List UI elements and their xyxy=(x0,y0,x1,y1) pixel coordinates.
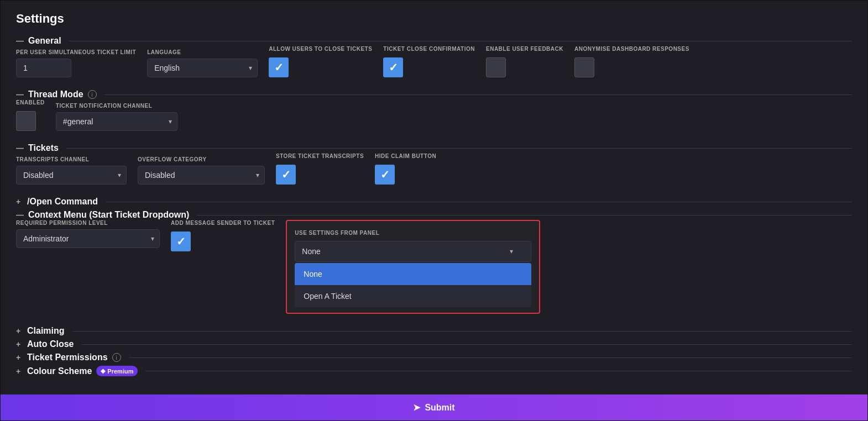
auto-close-section-header[interactable]: + Auto Close xyxy=(16,339,852,349)
colour-scheme-divider xyxy=(145,371,852,371)
ticket-close-confirmation-group: TICKET CLOSE CONFIRMATION ✓ xyxy=(383,46,475,77)
thread-mode-enabled-checkbox-container xyxy=(16,109,45,131)
allow-close-checkmark: ✓ xyxy=(274,62,284,73)
ticket-close-confirmation-label: TICKET CLOSE CONFIRMATION xyxy=(383,46,475,52)
hide-claim-button-checkmark: ✓ xyxy=(380,169,390,180)
premium-badge-text: Premium xyxy=(107,368,133,375)
ticket-permissions-expand-icon[interactable]: + xyxy=(16,353,23,362)
open-command-section: + /Open Command xyxy=(16,197,852,207)
claiming-expand-icon[interactable]: + xyxy=(16,327,23,335)
thread-mode-enabled-label: ENABLED xyxy=(16,99,45,106)
allow-close-tickets-checkbox[interactable]: ✓ xyxy=(269,57,289,77)
thread-mode-collapse-icon[interactable]: — xyxy=(16,90,24,99)
ticket-notification-channel-label: TICKET NOTIFICATION CHANNEL xyxy=(56,103,177,109)
open-command-expand-icon[interactable]: + xyxy=(16,197,23,206)
required-permission-level-select[interactable]: Administrator Moderator Everyone xyxy=(16,229,160,248)
colour-scheme-section-title: Colour Scheme xyxy=(27,366,92,376)
overflow-category-select[interactable]: Disabled xyxy=(138,166,265,185)
settings-page: Settings — General PER USER SIMULTANEOUS… xyxy=(0,0,868,421)
per-user-ticket-limit-label: PER USER SIMULTANEOUS TICKET LIMIT xyxy=(16,49,136,55)
use-settings-from-panel-container: USE SETTINGS FROM PANEL None ▾ None Open… xyxy=(286,220,540,314)
auto-close-section: + Auto Close xyxy=(16,339,852,349)
tickets-section-body: TRANSCRIPTS CHANNEL Disabled OVERFLOW CA… xyxy=(16,153,852,193)
required-permission-level-group: REQUIRED PERMISSION LEVEL Administrator … xyxy=(16,220,160,248)
ticket-close-confirmation-checkbox[interactable]: ✓ xyxy=(383,57,403,77)
context-menu-section: — Context Menu (Start Ticket Dropdown) R… xyxy=(16,210,852,323)
tickets-section-header[interactable]: — Tickets xyxy=(16,143,852,153)
use-settings-from-panel-dropdown-menu: None Open A Ticket xyxy=(295,263,531,307)
add-message-sender-checkbox-container: ✓ xyxy=(171,229,275,251)
submit-bar-content: ➤ Submit xyxy=(413,402,454,413)
use-settings-from-panel-dropdown-trigger[interactable]: None ▾ xyxy=(295,241,531,262)
language-group: LANGUAGE English French German Spanish xyxy=(147,49,258,77)
use-settings-from-panel-arrow: ▾ xyxy=(510,248,513,255)
hide-claim-button-label: HIDE CLAIM BUTTON xyxy=(375,153,436,159)
dropdown-option-none[interactable]: None xyxy=(295,263,531,285)
store-ticket-transcripts-label: STORE TICKET TRANSCRIPTS xyxy=(276,153,364,159)
general-collapse-icon[interactable]: — xyxy=(16,36,24,45)
context-menu-section-body: REQUIRED PERMISSION LEVEL Administrator … xyxy=(16,220,852,323)
claiming-section-title: Claiming xyxy=(27,326,65,336)
allow-close-tickets-checkbox-container: ✓ xyxy=(269,55,372,77)
submit-bar[interactable]: ➤ Submit xyxy=(1,394,867,420)
dropdown-option-open-a-ticket[interactable]: Open A Ticket xyxy=(295,285,531,307)
general-fields-row: PER USER SIMULTANEOUS TICKET LIMIT LANGU… xyxy=(16,46,852,77)
thread-mode-enabled-checkbox[interactable] xyxy=(16,111,36,131)
open-command-section-header[interactable]: + /Open Command xyxy=(16,197,852,207)
per-user-ticket-limit-group: PER USER SIMULTANEOUS TICKET LIMIT xyxy=(16,49,136,77)
enable-user-feedback-group: ENABLE USER FEEDBACK xyxy=(486,46,563,77)
ticket-permissions-section-header[interactable]: + Ticket Permissions i xyxy=(16,352,852,362)
ticket-close-confirmation-checkbox-container: ✓ xyxy=(383,55,475,77)
hide-claim-button-checkbox[interactable]: ✓ xyxy=(375,165,395,185)
context-menu-section-header[interactable]: — Context Menu (Start Ticket Dropdown) xyxy=(16,210,852,220)
ticket-close-checkmark: ✓ xyxy=(389,62,398,73)
thread-mode-section-header[interactable]: — Thread Mode i xyxy=(16,90,852,99)
hide-claim-button-group: HIDE CLAIM BUTTON ✓ xyxy=(375,153,436,185)
submit-icon: ➤ xyxy=(413,402,420,413)
add-message-sender-group: ADD MESSAGE SENDER TO TICKET ✓ xyxy=(171,220,275,251)
transcripts-channel-select-wrapper: Disabled xyxy=(16,166,127,185)
ticket-notification-channel-select[interactable]: #general #tickets #support xyxy=(56,112,177,131)
enable-user-feedback-checkbox[interactable] xyxy=(486,57,506,77)
enable-user-feedback-checkbox-container xyxy=(486,55,563,77)
use-settings-from-panel-label: USE SETTINGS FROM PANEL xyxy=(295,230,379,236)
colour-scheme-expand-icon[interactable]: + xyxy=(16,367,23,376)
thread-mode-info-icon[interactable]: i xyxy=(88,90,97,99)
language-select[interactable]: English French German Spanish xyxy=(147,59,258,77)
auto-close-section-title: Auto Close xyxy=(27,339,74,349)
context-menu-collapse-icon[interactable]: — xyxy=(16,211,24,219)
claiming-section: + Claiming xyxy=(16,326,852,336)
tickets-section: — Tickets TRANSCRIPTS CHANNEL Disabled xyxy=(16,143,852,193)
auto-close-divider xyxy=(81,344,852,345)
claiming-section-header[interactable]: + Claiming xyxy=(16,326,852,336)
required-permission-level-select-wrapper: Administrator Moderator Everyone xyxy=(16,229,160,248)
add-message-sender-checkbox[interactable]: ✓ xyxy=(171,231,191,251)
ticket-permissions-section: + Ticket Permissions i xyxy=(16,352,852,362)
transcripts-channel-group: TRANSCRIPTS CHANNEL Disabled xyxy=(16,156,127,185)
language-select-wrapper: English French German Spanish xyxy=(147,59,258,77)
page-title: Settings xyxy=(16,12,852,26)
ticket-permissions-info-icon[interactable]: i xyxy=(112,353,121,362)
anonymise-dashboard-checkbox[interactable] xyxy=(574,57,594,77)
per-user-ticket-limit-input[interactable] xyxy=(16,59,71,77)
tickets-collapse-icon[interactable]: — xyxy=(16,144,24,152)
open-command-divider xyxy=(106,202,852,202)
auto-close-expand-icon[interactable]: + xyxy=(16,340,23,349)
store-ticket-transcripts-checkmark: ✓ xyxy=(281,169,291,180)
store-ticket-transcripts-checkbox-container: ✓ xyxy=(276,162,364,185)
add-message-sender-label: ADD MESSAGE SENDER TO TICKET xyxy=(171,220,275,226)
allow-close-tickets-group: ALLOW USERS TO CLOSE TICKETS ✓ xyxy=(269,46,372,77)
general-section-header[interactable]: — General xyxy=(16,36,852,46)
general-section-body: PER USER SIMULTANEOUS TICKET LIMIT LANGU… xyxy=(16,46,852,86)
context-menu-section-title: Context Menu (Start Ticket Dropdown) xyxy=(28,210,189,220)
open-command-section-title: /Open Command xyxy=(27,197,98,207)
transcripts-channel-label: TRANSCRIPTS CHANNEL xyxy=(16,156,127,162)
thread-mode-section: — Thread Mode i ENABLED TICKET NOTIF xyxy=(16,90,852,140)
transcripts-channel-select[interactable]: Disabled xyxy=(16,166,127,185)
general-section-title: General xyxy=(28,36,61,46)
store-ticket-transcripts-checkbox[interactable]: ✓ xyxy=(276,165,296,185)
ticket-notification-channel-group: TICKET NOTIFICATION CHANNEL #general #ti… xyxy=(56,103,177,131)
required-permission-level-label: REQUIRED PERMISSION LEVEL xyxy=(16,220,160,226)
language-label: LANGUAGE xyxy=(147,49,258,55)
colour-scheme-section-header[interactable]: + Colour Scheme ◆ Premium xyxy=(16,366,852,376)
